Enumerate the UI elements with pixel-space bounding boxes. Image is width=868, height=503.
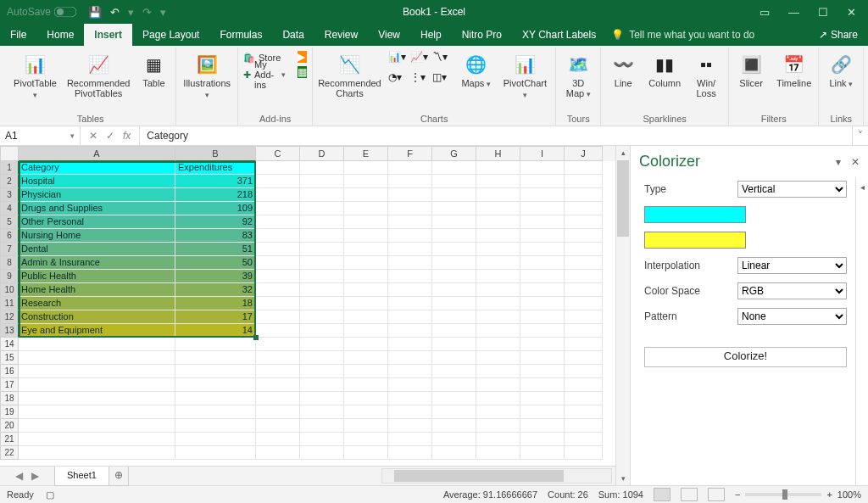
row-8[interactable]: 8 (0, 256, 19, 270)
cell-H10[interactable] (476, 283, 520, 297)
sparkline-column-button[interactable]: ▮▮Column (647, 51, 682, 90)
cell-D6[interactable] (300, 229, 344, 243)
cell-B3[interactable]: 218 (175, 188, 256, 202)
select-all-corner[interactable] (0, 146, 19, 161)
chart-pie-icon[interactable]: ◔▾ (388, 71, 409, 90)
cell-F13[interactable] (388, 324, 432, 338)
sparkline-line-button[interactable]: 〰️Line (606, 51, 640, 90)
cell-B14[interactable] (175, 338, 256, 351)
color-space-select[interactable]: RGB (737, 282, 847, 299)
cell-I13[interactable] (520, 324, 565, 338)
tab-nitro-pro[interactable]: Nitro Pro (452, 24, 512, 46)
cell-C8[interactable] (256, 256, 300, 270)
cell-H13[interactable] (476, 324, 520, 338)
cell-C18[interactable] (256, 392, 300, 405)
pattern-select[interactable]: None (737, 308, 847, 325)
cell-J3[interactable] (565, 188, 603, 202)
addin-1-icon[interactable]: ▶ (298, 51, 307, 63)
cell-A16[interactable] (19, 365, 175, 378)
cell-E21[interactable] (344, 433, 388, 446)
cell-G2[interactable] (432, 175, 476, 188)
col-F[interactable]: F (388, 146, 432, 161)
cell-C10[interactable] (256, 283, 300, 297)
sheet-tab-1[interactable]: Sheet1 (54, 467, 109, 486)
cell-H12[interactable] (476, 310, 520, 324)
cell-J14[interactable] (565, 338, 603, 351)
cell-G14[interactable] (432, 338, 476, 351)
cell-F2[interactable] (388, 175, 432, 188)
cell-G5[interactable] (432, 215, 476, 229)
cell-I5[interactable] (520, 215, 565, 229)
cell-C9[interactable] (256, 270, 300, 283)
cell-E8[interactable] (344, 256, 388, 270)
cell-A17[interactable] (19, 378, 175, 392)
cell-D2[interactable] (300, 175, 344, 188)
cell-J7[interactable] (565, 243, 603, 256)
cell-I2[interactable] (520, 175, 565, 188)
row-6[interactable]: 6 (0, 229, 19, 243)
row-18[interactable]: 18 (0, 392, 19, 405)
cell-B1[interactable]: Expenditures (175, 161, 256, 175)
tab-view[interactable]: View (368, 24, 410, 46)
save-icon[interactable]: 💾 (88, 6, 102, 19)
sheet-nav-prev-icon[interactable]: ◀ (15, 470, 23, 482)
cell-G9[interactable] (432, 270, 476, 283)
cell-I8[interactable] (520, 256, 565, 270)
cell-G12[interactable] (432, 310, 476, 324)
tab-review[interactable]: Review (314, 24, 368, 46)
pane-side-tab[interactable]: ◂ (855, 177, 868, 485)
cell-F5[interactable] (388, 215, 432, 229)
cell-F22[interactable] (388, 446, 432, 460)
cell-H17[interactable] (476, 378, 520, 392)
cell-J5[interactable] (565, 215, 603, 229)
cell-B19[interactable] (175, 405, 256, 419)
chart-line-icon[interactable]: 📈▾ (410, 51, 431, 70)
cell-C19[interactable] (256, 405, 300, 419)
cell-G11[interactable] (432, 297, 476, 310)
share-button[interactable]: ↗Share (809, 24, 868, 46)
cell-D16[interactable] (300, 365, 344, 378)
view-break-icon[interactable] (708, 488, 725, 501)
cell-J16[interactable] (565, 365, 603, 378)
tab-file[interactable]: File (0, 24, 36, 46)
cell-C17[interactable] (256, 378, 300, 392)
cell-F4[interactable] (388, 202, 432, 215)
cell-F19[interactable] (388, 405, 432, 419)
cancel-formula-icon[interactable]: ✕ (89, 130, 97, 142)
chart-bar-icon[interactable]: 📊▾ (388, 51, 409, 70)
pane-menu-icon[interactable]: ▾ (836, 156, 841, 168)
undo-dd-icon[interactable]: ▾ (128, 6, 134, 19)
row-12[interactable]: 12 (0, 310, 19, 324)
cell-C13[interactable] (256, 324, 300, 338)
cell-J21[interactable] (565, 433, 603, 446)
cell-G16[interactable] (432, 365, 476, 378)
cell-I17[interactable] (520, 378, 565, 392)
cell-C2[interactable] (256, 175, 300, 188)
cell-E1[interactable] (344, 161, 388, 175)
pivottable-button[interactable]: 📊PivotTable (10, 51, 60, 102)
cell-F6[interactable] (388, 229, 432, 243)
cell-J6[interactable] (565, 229, 603, 243)
view-normal-icon[interactable] (654, 488, 670, 501)
redo-icon[interactable]: ↷ (142, 6, 152, 19)
zoom-slider[interactable] (745, 493, 821, 496)
cell-E2[interactable] (344, 175, 388, 188)
cell-H16[interactable] (476, 365, 520, 378)
cell-A7[interactable]: Dental (19, 243, 175, 256)
cell-D21[interactable] (300, 433, 344, 446)
cell-B10[interactable]: 32 (175, 283, 256, 297)
cell-E5[interactable] (344, 215, 388, 229)
cell-B7[interactable]: 51 (175, 243, 256, 256)
cell-F7[interactable] (388, 243, 432, 256)
cell-A18[interactable] (19, 392, 175, 405)
row-16[interactable]: 16 (0, 365, 19, 378)
cell-B2[interactable]: 371 (175, 175, 256, 188)
cell-E22[interactable] (344, 446, 388, 460)
cell-B4[interactable]: 109 (175, 202, 256, 215)
cell-B8[interactable]: 50 (175, 256, 256, 270)
color-bottom-swatch[interactable] (644, 232, 746, 249)
cell-J20[interactable] (565, 419, 603, 433)
cell-H7[interactable] (476, 243, 520, 256)
cell-B20[interactable] (175, 419, 256, 433)
cell-A12[interactable]: Construction (19, 310, 175, 324)
